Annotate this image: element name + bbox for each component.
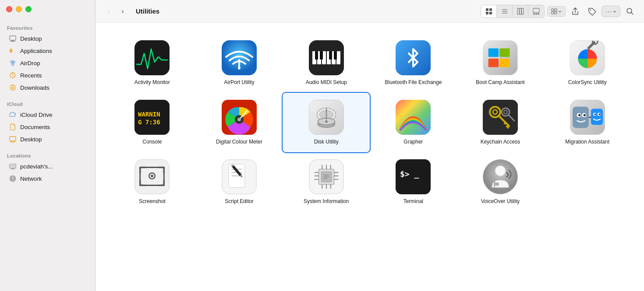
app-keychain-access[interactable]: Keychain Access: [457, 93, 544, 152]
svg-rect-38: [555, 12, 557, 14]
audio-midi-setup-icon: [309, 40, 344, 75]
applications-icon: [9, 47, 17, 55]
app-script-editor[interactable]: Script Editor: [196, 152, 283, 212]
app-label: Activity Monitor: [134, 79, 170, 86]
svg-rect-32: [533, 13, 535, 14]
app-colorsync-utility[interactable]: ColorSync Utility: [544, 33, 631, 93]
airport-utility-icon: [222, 40, 257, 75]
app-boot-camp-assistant[interactable]: Boot Camp Assistant: [457, 33, 544, 93]
sidebar-item-network[interactable]: Network: [2, 172, 93, 185]
search-button[interactable]: [623, 5, 637, 18]
sidebar-item-icloud-drive[interactable]: iCloud Drive: [2, 109, 93, 121]
voiceover-utility-icon: [483, 159, 518, 194]
sidebar-item-recents[interactable]: Recents: [2, 69, 93, 81]
colorsync-utility-icon: [570, 40, 605, 75]
svg-rect-23: [486, 12, 488, 14]
svg-point-96: [578, 114, 580, 116]
sidebar-item-desktop[interactable]: Desktop: [2, 32, 93, 45]
back-button[interactable]: ‹: [103, 5, 115, 18]
sidebar-item-downloads[interactable]: Downloads: [2, 81, 93, 94]
maximize-button[interactable]: [25, 6, 32, 12]
main-content: ‹ › Utilities: [96, 0, 644, 291]
sidebar-item-documents[interactable]: Documents: [2, 121, 93, 133]
svg-rect-22: [489, 8, 492, 11]
sidebar-item-applications[interactable]: Applications: [2, 45, 93, 57]
script-editor-icon: [222, 159, 257, 194]
console-icon: WARNIN G 7:36: [134, 100, 170, 135]
app-activity-monitor[interactable]: Activity Monitor: [109, 33, 196, 93]
sidebar-item-label: Downloads: [20, 84, 50, 91]
sidebar-item-label: Desktop: [20, 35, 42, 42]
app-screenshot[interactable]: Screenshot: [109, 152, 196, 212]
svg-rect-52: [315, 51, 318, 60]
sidebar: Favourites Desktop Applications: [0, 0, 96, 291]
tag-button[interactable]: [585, 5, 599, 18]
locations-header: Locations: [0, 149, 95, 160]
app-label: AirPort Utility: [224, 79, 254, 86]
svg-rect-54: [329, 51, 332, 60]
app-console[interactable]: WARNIN G 7:36 Console: [109, 93, 196, 152]
app-label: Keychain Access: [481, 138, 520, 145]
close-button[interactable]: [6, 6, 12, 12]
screenshot-icon: [134, 159, 170, 194]
svg-rect-21: [486, 8, 488, 11]
sidebar-item-label: pcdeviah's...: [20, 163, 53, 170]
app-label: Boot Camp Assistant: [476, 79, 524, 86]
svg-rect-33: [535, 13, 537, 14]
app-label: System Information: [304, 198, 349, 205]
desktop-icon: [9, 35, 17, 42]
icloud-drive-icon: [9, 111, 17, 119]
boot-camp-assistant-icon: [483, 40, 518, 75]
view-gallery-button[interactable]: [528, 5, 544, 18]
sidebar-item-pcdeviah[interactable]: pcdeviah's...: [2, 160, 93, 172]
view-grid-button[interactable]: [481, 5, 497, 18]
app-label: Console: [142, 138, 162, 145]
sidebar-item-label: Network: [20, 175, 42, 182]
app-system-information[interactable]: System Information: [283, 152, 370, 212]
svg-point-6: [12, 63, 14, 66]
ellipsis-icon: ···: [605, 8, 612, 15]
app-label: Terminal: [403, 198, 423, 205]
share-button[interactable]: [568, 5, 582, 18]
view-list-button[interactable]: [497, 5, 513, 18]
app-digital-colour-meter[interactable]: Digital Colour Meter: [196, 93, 283, 152]
svg-rect-43: [222, 40, 257, 75]
svg-rect-0: [10, 36, 16, 40]
app-terminal[interactable]: $> _ Terminal: [370, 152, 457, 212]
minimize-button[interactable]: [16, 6, 22, 12]
svg-point-81: [325, 120, 328, 123]
app-disk-utility[interactable]: Disk Utility: [283, 93, 370, 152]
grapher-icon: [396, 100, 431, 135]
svg-rect-34: [538, 13, 539, 14]
sidebar-item-desktop-icloud[interactable]: Desktop: [2, 133, 93, 145]
group-by-button[interactable]: [547, 6, 566, 17]
app-migration-assistant[interactable]: Migration Assistant: [544, 93, 631, 152]
documents-icon: [9, 123, 17, 131]
svg-text:WARNIN: WARNIN: [138, 111, 160, 118]
more-button[interactable]: ···: [602, 6, 620, 17]
app-audio-midi-setup[interactable]: Audio MIDI Setup: [283, 33, 370, 93]
app-label: Script Editor: [225, 198, 253, 205]
digital-colour-meter-icon: [222, 100, 257, 135]
svg-text:G 7:36: G 7:36: [138, 119, 160, 126]
svg-rect-10: [10, 137, 16, 141]
keychain-access-icon: [483, 100, 518, 135]
app-label: Screenshot: [139, 198, 166, 205]
app-label: ColorSync Utility: [568, 79, 607, 86]
forward-button[interactable]: ›: [117, 5, 129, 18]
svg-point-97: [583, 114, 585, 116]
apps-grid: Activity Monitor: [96, 23, 644, 291]
svg-rect-57: [483, 41, 517, 75]
app-voiceover-utility[interactable]: VoiceOver Utility: [457, 152, 544, 212]
sidebar-item-label: Applications: [20, 48, 52, 54]
app-grapher[interactable]: Grapher: [370, 93, 457, 152]
svg-rect-37: [552, 12, 554, 14]
navigation-buttons: ‹ ›: [103, 5, 129, 18]
desktop-icloud-icon: [9, 135, 17, 143]
view-columns-button[interactable]: [513, 5, 528, 18]
app-bluetooth-file-exchange[interactable]: Bluetooth File Exchange: [370, 33, 457, 93]
sidebar-item-airdrop[interactable]: AirDrop: [2, 57, 93, 69]
recents-icon: [9, 71, 17, 79]
app-airport-utility[interactable]: AirPort Utility: [196, 33, 283, 93]
svg-line-41: [631, 12, 633, 14]
